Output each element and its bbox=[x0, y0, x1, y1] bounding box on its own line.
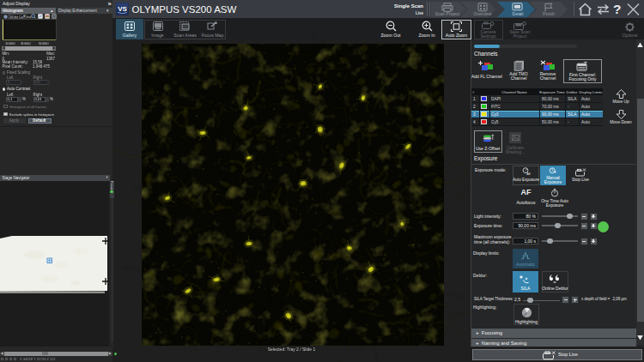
svg-text:AE: AE bbox=[526, 172, 531, 176]
svg-text:Detail: Detail bbox=[513, 11, 524, 16]
svg-text:Finish: Finish bbox=[543, 11, 555, 16]
svg-text:Scan Project: Scan Project bbox=[435, 11, 460, 16]
svg-text:Overview: Overview bbox=[474, 11, 492, 16]
svg-text:VS: VS bbox=[118, 5, 127, 13]
